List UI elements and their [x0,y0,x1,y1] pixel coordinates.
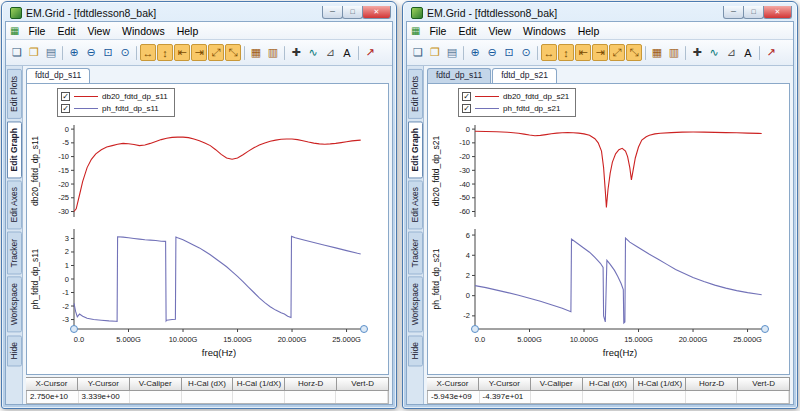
status-column-header[interactable]: Vert-D [738,377,790,391]
zoom-extents-icon[interactable]: ⤢ [208,44,224,61]
menu-item[interactable]: Help [171,25,205,37]
status-column-header[interactable]: H-Cal (dX) [583,377,635,391]
sidebar-tab[interactable]: Tracker [408,232,423,275]
axis-handle[interactable] [472,326,479,333]
maximize-button[interactable]: □ [743,6,764,19]
axis-handle[interactable] [762,326,769,333]
status-column-header[interactable]: H-Cal (1/dX) [634,377,686,391]
expand-x-icon[interactable]: ⇤ [174,44,190,61]
maximize-button[interactable]: □ [342,6,363,19]
status-column-header[interactable]: Horz-D [686,377,738,391]
axis-handle[interactable] [71,326,78,333]
status-column-header[interactable]: V-Caliper [130,377,182,391]
plot-tab[interactable]: fdtd_dp_s11 [26,68,90,83]
status-column-header[interactable]: V-Caliper [531,377,583,391]
zoom-out-icon[interactable]: ⊖ [484,44,500,61]
sidebar-tab[interactable]: Edit Graph [408,121,423,178]
grid-icon[interactable]: ▦ [248,44,264,61]
open-file-icon[interactable]: ❐ [26,44,42,61]
sidebar-tab[interactable]: Edit Axes [408,180,423,229]
close-button[interactable]: ✕ [763,6,792,19]
titlebar[interactable]: EM.Grid - [fdtdlesson8_bak] ─□✕ [5,2,393,21]
new-file-icon[interactable]: ❏ [410,44,426,61]
menu-item[interactable]: View [482,25,517,37]
minimize-button[interactable]: ─ [723,6,744,19]
toolbar-separator[interactable] [685,46,686,60]
menu-item[interactable]: Edit [51,25,81,37]
table-icon[interactable]: ▥ [265,44,281,61]
zoom-window-icon[interactable]: ⊡ [501,44,517,61]
shrink-icon[interactable]: ⤡ [626,44,642,61]
toolbar-separator[interactable] [463,46,464,60]
legend-checkbox[interactable]: ✓ [61,92,70,101]
status-column-header[interactable]: Horz-D [285,377,337,391]
sidebar-tab[interactable]: Hide [408,335,423,366]
sidebar-tab[interactable]: Edit Plots [7,69,22,119]
slope-icon[interactable]: ⊿ [723,44,739,61]
axis-handle[interactable] [361,326,368,333]
zoom-window-icon[interactable]: ⊡ [100,44,116,61]
menu-item[interactable]: File [423,25,452,37]
trace-icon[interactable]: ∿ [305,44,321,61]
menu-item[interactable]: Windows [517,25,572,37]
grid-icon[interactable]: ▦ [649,44,665,61]
titlebar[interactable]: EM.Grid - [fdtdlesson8_bak] ─□✕ [406,2,794,21]
toolbar-separator[interactable] [244,46,245,60]
toolbar-separator[interactable] [62,46,63,60]
toolbar-separator[interactable] [645,46,646,60]
status-column-header[interactable]: Y-Cursor [78,377,130,391]
autoscale-y-icon[interactable]: ↕ [558,44,574,61]
status-column-header[interactable]: Vert-D [337,377,389,391]
status-column-header[interactable]: Y-Cursor [479,377,531,391]
trace-icon[interactable]: ∿ [706,44,722,61]
plot-tab[interactable]: fdtd_dp_s11 [427,68,491,83]
print-icon[interactable]: ▤ [444,44,460,61]
legend-checkbox[interactable]: ✓ [462,92,471,101]
zoom-reset-icon[interactable]: ⊙ [518,44,534,61]
sidebar-tab[interactable]: Workspace [7,276,22,332]
add-marker-icon[interactable]: ✚ [288,44,304,61]
toolbar-separator[interactable] [537,46,538,60]
status-column-header[interactable]: X-Cursor [427,377,479,391]
legend-checkbox[interactable]: ✓ [462,104,471,113]
legend-checkbox[interactable]: ✓ [61,104,70,113]
toolbar-separator[interactable] [759,46,760,60]
menu-item[interactable]: View [81,25,116,37]
autoscale-x-icon[interactable]: ↔ [541,44,557,61]
menu-item[interactable]: Help [572,25,606,37]
close-button[interactable]: ✕ [362,6,391,19]
zoom-extents-icon[interactable]: ⤢ [609,44,625,61]
sidebar-tab[interactable]: Tracker [7,232,22,275]
slope-icon[interactable]: ⊿ [322,44,338,61]
sidebar-tab[interactable]: Edit Plots [408,69,423,119]
sidebar-tab[interactable]: Hide [7,335,22,366]
menu-item[interactable]: File [22,25,51,37]
add-marker-icon[interactable]: ✚ [689,44,705,61]
toolbar-separator[interactable] [136,46,137,60]
sidebar-tab[interactable]: Edit Axes [7,180,22,229]
zoom-in-icon[interactable]: ⊕ [467,44,483,61]
status-column-header[interactable]: X-Cursor [26,377,78,391]
expand-y-icon[interactable]: ⇥ [592,44,608,61]
detach-icon[interactable]: ↗ [763,44,779,61]
zoom-reset-icon[interactable]: ⊙ [117,44,133,61]
sidebar-tab[interactable]: Workspace [408,276,423,332]
autoscale-x-icon[interactable]: ↔ [140,44,156,61]
table-icon[interactable]: ▥ [666,44,682,61]
menu-item[interactable]: Windows [116,25,171,37]
text-annotation-icon[interactable]: A [339,44,355,61]
zoom-in-icon[interactable]: ⊕ [66,44,82,61]
toolbar-separator[interactable] [358,46,359,60]
print-icon[interactable]: ▤ [43,44,59,61]
status-column-header[interactable]: H-Cal (dX) [182,377,234,391]
open-file-icon[interactable]: ❐ [427,44,443,61]
autoscale-y-icon[interactable]: ↕ [157,44,173,61]
plot-tab[interactable]: fdtd_dp_s21 [492,68,557,83]
sidebar-tab[interactable]: Edit Graph [7,121,22,178]
shrink-icon[interactable]: ⤡ [225,44,241,61]
status-column-header[interactable]: H-Cal (1/dX) [233,377,285,391]
detach-icon[interactable]: ↗ [362,44,378,61]
text-annotation-icon[interactable]: A [740,44,756,61]
menu-item[interactable]: Edit [452,25,482,37]
toolbar-separator[interactable] [284,46,285,60]
